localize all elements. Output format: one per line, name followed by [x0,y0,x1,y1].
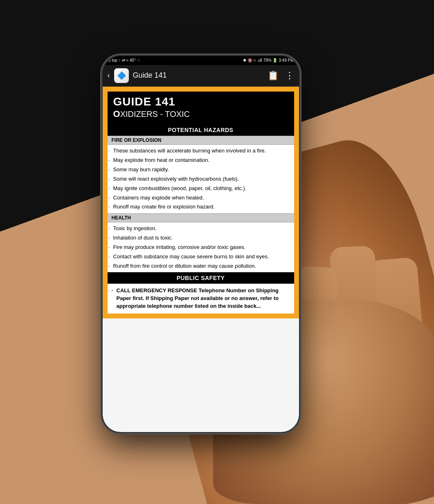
fire-explosion-list: These substances will accelerate burning… [108,145,294,213]
list-item: Fire may produce irritating, corrosive a… [112,243,292,252]
list-item: Some may burn rapidly. [112,165,292,175]
bookmark-icon[interactable]: 📋 [268,70,279,81]
health-subheader: HEALTH [108,213,294,222]
public-safety-item: · CALL EMERGENCY RESPONSE Telephone Numb… [112,286,290,311]
status-right: ✱ 🔇 ≈ .ull 79% 🔋 3:49 PM [243,58,294,63]
subtitle-first-letter: O [113,109,120,119]
fire-explosion-subheader: FIRE OR EXPLOSION [108,136,294,145]
more-options-icon[interactable]: ⋮ [285,70,294,81]
phone-frame: ⊙ top ↑ ⇌ ≈ 40° ⁙ ✱ 🔇 ≈ .ull 79% 🔋 3:49 … [103,56,299,432]
status-icons-left: ⊙ top ↑ ⇌ ≈ 40° ⁙ [108,58,140,63]
list-item: Runoff from fire control or dilution wat… [112,262,292,271]
status-bar: ⊙ top ↑ ⇌ ≈ 40° ⁙ ✱ 🔇 ≈ .ull 79% 🔋 3:49 … [103,56,299,65]
scene: ⊙ top ↑ ⇌ ≈ 40° ⁙ ✱ 🔇 ≈ .ull 79% 🔋 3:49 … [0,0,434,504]
list-item: These substances will accelerate burning… [112,146,292,156]
guide-subtitle: OXIDIZERS - TOXIC [113,109,288,119]
list-item: May ignite combustibles (wood, paper, oi… [112,184,292,193]
app-icon: 🔷 [114,68,129,83]
health-list: Toxic by ingestion. Inhalation of dust i… [108,222,294,272]
app-bar: ‹ 🔷 Guide 141 📋 ⋮ [103,65,299,87]
subtitle-rest: XIDIZERS - TOXIC [120,110,190,119]
status-left: ⊙ top ↑ ⇌ ≈ 40° ⁙ [108,58,140,63]
back-button[interactable]: ‹ [108,71,110,80]
list-item: Some will react explosively with hydroca… [112,175,292,184]
list-item: Containers may explode when heated. [112,193,292,203]
guide-document: GUIDE 141 OXIDIZERS - TOXIC POTENTIAL HA… [106,90,296,315]
list-item: Toxic by ingestion. [112,224,292,233]
list-item: May explode from heat or contamination. [112,156,292,165]
content-area[interactable]: GUIDE 141 OXIDIZERS - TOXIC POTENTIAL HA… [103,87,299,432]
public-safety-header: PUBLIC SAFETY [108,272,294,284]
guide-number: GUIDE 141 [113,96,288,108]
guide-wrapper: GUIDE 141 OXIDIZERS - TOXIC POTENTIAL HA… [103,87,299,318]
public-safety-list: · CALL EMERGENCY RESPONSE Telephone Numb… [108,284,294,314]
potential-hazards-header: POTENTIAL HAZARDS [108,124,294,136]
list-item: Contact with substance may cause severe … [112,252,292,262]
app-bar-title: Guide 141 [133,71,263,80]
list-item: Inhalation of dust is toxic. [112,233,292,243]
list-item: Runoff may create fire or explosion haza… [112,202,292,212]
guide-header: GUIDE 141 OXIDIZERS - TOXIC [108,92,294,125]
app-bar-actions: 📋 ⋮ [268,70,294,81]
status-icons-right: ✱ 🔇 ≈ .ull 79% 🔋 3:49 PM [243,58,294,63]
